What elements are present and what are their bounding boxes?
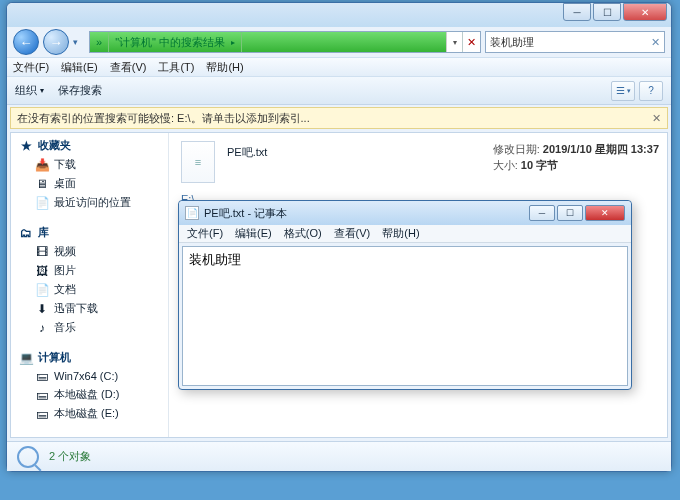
menu-tools[interactable]: 工具(T)	[158, 60, 194, 75]
address-label: "计算机" 中的搜索结果	[115, 35, 225, 50]
indexing-info-text: 在没有索引的位置搜索可能较慢: E:\。请单击以添加到索引...	[17, 111, 310, 126]
chevron-down-icon: ▾	[40, 86, 44, 95]
sidebar-item-label: 图片	[54, 263, 76, 278]
sidebar-group-label: 收藏夹	[38, 138, 71, 153]
folder-icon: 📥	[35, 158, 49, 172]
sidebar-group-label: 计算机	[38, 350, 71, 365]
sidebar-item-label: 下载	[54, 157, 76, 172]
notepad-title: PE吧.txt - 记事本	[204, 206, 287, 221]
recent-icon: 📄	[35, 196, 49, 210]
titlebar: ─ ☐ ✕	[7, 3, 671, 27]
sidebar-item-label: 文档	[54, 282, 76, 297]
video-icon: 🎞	[35, 245, 49, 259]
sidebar-item-drive-c[interactable]: 🖴Win7x64 (C:)	[11, 367, 168, 385]
sidebar-item-label: 本地磁盘 (D:)	[54, 387, 119, 402]
size-label: 大小:	[493, 159, 518, 171]
sidebar-item-music[interactable]: ♪音乐	[11, 318, 168, 337]
address-bar[interactable]: » "计算机" 中的搜索结果 ▸ ▾ ✕	[89, 31, 481, 53]
notepad-titlebar[interactable]: 📄 PE吧.txt - 记事本 ─ ☐ ✕	[179, 201, 631, 225]
file-icon: ≡	[181, 141, 215, 183]
library-icon: 🗂	[19, 226, 33, 240]
minimize-button[interactable]: ─	[563, 3, 591, 21]
sidebar-item-desktop[interactable]: 🖥桌面	[11, 174, 168, 193]
notepad-menu-help[interactable]: 帮助(H)	[382, 226, 419, 241]
modified-value: 2019/1/10 星期四 13:37	[543, 143, 659, 155]
drive-icon: 🖴	[35, 407, 49, 421]
search-icon	[17, 446, 39, 468]
drive-icon: 🖴	[35, 388, 49, 402]
sidebar-item-videos[interactable]: 🎞视频	[11, 242, 168, 261]
address-fill	[242, 32, 446, 52]
infostrip-close-button[interactable]: ✕	[652, 112, 661, 125]
search-value: 装机助理	[490, 35, 534, 50]
sidebar-item-label: 视频	[54, 244, 76, 259]
sidebar-item-label: 音乐	[54, 320, 76, 335]
forward-button[interactable]: →	[43, 29, 69, 55]
search-input[interactable]: 装机助理 ✕	[485, 31, 665, 53]
notepad-menu-edit[interactable]: 编辑(E)	[235, 226, 272, 241]
back-button[interactable]: ←	[13, 29, 39, 55]
sidebar-item-downloads[interactable]: 📥下载	[11, 155, 168, 174]
organize-label: 组织	[15, 83, 37, 98]
help-button[interactable]: ?	[639, 81, 663, 101]
chevron-right-icon: ▸	[231, 38, 235, 47]
notepad-menu-file[interactable]: 文件(F)	[187, 226, 223, 241]
sidebar-item-drive-d[interactable]: 🖴本地磁盘 (D:)	[11, 385, 168, 404]
drive-icon: 🖴	[35, 369, 49, 383]
sidebar-group-libraries[interactable]: 🗂 库	[11, 220, 168, 242]
toolbar: 组织 ▾ 保存搜索 ☰ ▾ ?	[7, 77, 671, 105]
save-search-button[interactable]: 保存搜索	[58, 83, 102, 98]
menu-help[interactable]: 帮助(H)	[206, 60, 243, 75]
menu-file[interactable]: 文件(F)	[13, 60, 49, 75]
maximize-button[interactable]: ☐	[593, 3, 621, 21]
download-icon: ⬇	[35, 302, 49, 316]
menubar: 文件(F) 编辑(E) 查看(V) 工具(T) 帮助(H)	[7, 57, 671, 77]
notepad-textarea[interactable]: 装机助理	[182, 246, 628, 386]
size-value: 10 字节	[521, 159, 558, 171]
star-icon: ★	[19, 139, 33, 153]
sidebar-item-xunlei[interactable]: ⬇迅雷下载	[11, 299, 168, 318]
status-text: 2 个对象	[49, 449, 91, 464]
picture-icon: 🖼	[35, 264, 49, 278]
notepad-menubar: 文件(F) 编辑(E) 格式(O) 查看(V) 帮助(H)	[179, 225, 631, 243]
status-bar: 2 个对象	[7, 441, 671, 471]
music-icon: ♪	[35, 321, 49, 335]
desktop-icon: 🖥	[35, 177, 49, 191]
search-result-row[interactable]: ≡ PE吧.txt 修改日期: 2019/1/10 星期四 13:37 大小: …	[181, 141, 659, 187]
view-mode-button[interactable]: ☰ ▾	[611, 81, 635, 101]
sidebar-item-label: 最近访问的位置	[54, 195, 131, 210]
notepad-menu-format[interactable]: 格式(O)	[284, 226, 322, 241]
toolbar-right: ☰ ▾ ?	[611, 81, 663, 101]
sidebar-group-favorites[interactable]: ★ 收藏夹	[11, 133, 168, 155]
notepad-window: 📄 PE吧.txt - 记事本 ─ ☐ ✕ 文件(F) 编辑(E) 格式(O) …	[178, 200, 632, 390]
address-dropdown[interactable]: ▾	[446, 32, 462, 52]
sidebar-item-recent[interactable]: 📄最近访问的位置	[11, 193, 168, 212]
sidebar-item-documents[interactable]: 📄文档	[11, 280, 168, 299]
nav-row: ← → ▾ » "计算机" 中的搜索结果 ▸ ▾ ✕ 装机助理 ✕	[7, 27, 671, 57]
notepad-close-button[interactable]: ✕	[585, 205, 625, 221]
menu-edit[interactable]: 编辑(E)	[61, 60, 98, 75]
menu-view[interactable]: 查看(V)	[110, 60, 147, 75]
notepad-icon: 📄	[185, 206, 199, 220]
sidebar: ★ 收藏夹 📥下载 🖥桌面 📄最近访问的位置 🗂 库 🎞视频 🖼图片 📄文档 ⬇…	[11, 133, 169, 437]
notepad-menu-view[interactable]: 查看(V)	[334, 226, 371, 241]
sidebar-item-drive-e[interactable]: 🖴本地磁盘 (E:)	[11, 404, 168, 423]
organize-button[interactable]: 组织 ▾	[15, 83, 44, 98]
sidebar-item-pictures[interactable]: 🖼图片	[11, 261, 168, 280]
sidebar-item-label: 本地磁盘 (E:)	[54, 406, 119, 421]
nav-history-dropdown[interactable]: ▾	[73, 37, 85, 47]
close-button[interactable]: ✕	[623, 3, 667, 21]
chevron-down-icon: ▾	[627, 87, 631, 95]
address-prefix-icon: »	[90, 32, 109, 52]
sidebar-item-label: 迅雷下载	[54, 301, 98, 316]
notepad-maximize-button[interactable]: ☐	[557, 205, 583, 221]
address-clear-button[interactable]: ✕	[462, 32, 480, 52]
indexing-info-bar[interactable]: 在没有索引的位置搜索可能较慢: E:\。请单击以添加到索引... ✕	[10, 107, 668, 129]
notepad-minimize-button[interactable]: ─	[529, 205, 555, 221]
address-text[interactable]: "计算机" 中的搜索结果 ▸	[109, 32, 242, 52]
document-icon: 📄	[35, 283, 49, 297]
computer-icon: 💻	[19, 351, 33, 365]
sidebar-group-computer[interactable]: 💻 计算机	[11, 345, 168, 367]
search-clear-button[interactable]: ✕	[651, 36, 660, 49]
result-filename: PE吧.txt	[227, 141, 267, 187]
